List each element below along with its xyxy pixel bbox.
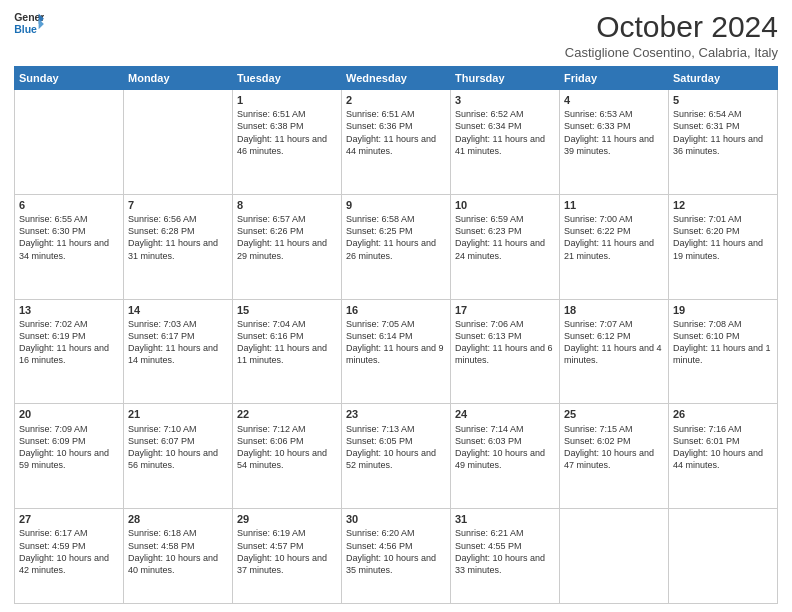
cell-4-3: 22Sunrise: 7:12 AMSunset: 6:06 PMDayligh… [233,404,342,509]
cell-info-line: Daylight: 11 hours and 4 minutes. [564,342,664,366]
cell-2-1: 6Sunrise: 6:55 AMSunset: 6:30 PMDaylight… [15,194,124,299]
cell-2-2: 7Sunrise: 6:56 AMSunset: 6:28 PMDaylight… [124,194,233,299]
page: General Blue October 2024 Castiglione Co… [0,0,792,612]
cell-2-3: 8Sunrise: 6:57 AMSunset: 6:26 PMDaylight… [233,194,342,299]
day-number: 7 [128,198,228,212]
cell-2-6: 11Sunrise: 7:00 AMSunset: 6:22 PMDayligh… [560,194,669,299]
cell-2-5: 10Sunrise: 6:59 AMSunset: 6:23 PMDayligh… [451,194,560,299]
cell-info-line: Sunset: 6:06 PM [237,435,337,447]
cell-info-line: Sunrise: 7:01 AM [673,213,773,225]
cell-info-line: Sunrise: 7:08 AM [673,318,773,330]
cell-info-line: Daylight: 10 hours and 44 minutes. [673,447,773,471]
cell-info-line: Sunrise: 6:53 AM [564,108,664,120]
cell-info-line: Sunset: 4:59 PM [19,540,119,552]
cell-1-4: 2Sunrise: 6:51 AMSunset: 6:36 PMDaylight… [342,90,451,195]
day-number: 19 [673,303,773,317]
header-friday: Friday [560,67,669,90]
day-number: 8 [237,198,337,212]
day-number: 2 [346,93,446,107]
cell-info-line: Sunrise: 6:20 AM [346,527,446,539]
month-year-title: October 2024 [565,10,778,43]
cell-1-5: 3Sunrise: 6:52 AMSunset: 6:34 PMDaylight… [451,90,560,195]
day-number: 6 [19,198,119,212]
cell-info-line: Daylight: 10 hours and 35 minutes. [346,552,446,576]
cell-1-2 [124,90,233,195]
cell-info-line: Daylight: 11 hours and 31 minutes. [128,237,228,261]
cell-info-line: Sunrise: 6:51 AM [237,108,337,120]
cell-info-line: Sunrise: 6:59 AM [455,213,555,225]
cell-5-4: 30Sunrise: 6:20 AMSunset: 4:56 PMDayligh… [342,509,451,604]
cell-info-line: Sunrise: 7:03 AM [128,318,228,330]
cell-info-line: Sunrise: 7:06 AM [455,318,555,330]
cell-5-2: 28Sunrise: 6:18 AMSunset: 4:58 PMDayligh… [124,509,233,604]
cell-info-line: Sunset: 6:23 PM [455,225,555,237]
title-block: October 2024 Castiglione Cosentino, Cala… [565,10,778,60]
cell-4-6: 25Sunrise: 7:15 AMSunset: 6:02 PMDayligh… [560,404,669,509]
logo-icon: General Blue [14,10,44,38]
cell-info-line: Sunrise: 7:13 AM [346,423,446,435]
day-number: 5 [673,93,773,107]
day-number: 22 [237,407,337,421]
day-number: 21 [128,407,228,421]
day-number: 20 [19,407,119,421]
cell-info-line: Daylight: 10 hours and 54 minutes. [237,447,337,471]
cell-info-line: Daylight: 10 hours and 59 minutes. [19,447,119,471]
day-number: 25 [564,407,664,421]
cell-1-7: 5Sunrise: 6:54 AMSunset: 6:31 PMDaylight… [669,90,778,195]
week-row-2: 6Sunrise: 6:55 AMSunset: 6:30 PMDaylight… [15,194,778,299]
cell-info-line: Sunset: 6:14 PM [346,330,446,342]
cell-info-line: Daylight: 11 hours and 19 minutes. [673,237,773,261]
cell-info-line: Sunset: 6:01 PM [673,435,773,447]
cell-1-1 [15,90,124,195]
logo: General Blue [14,10,44,38]
cell-info-line: Daylight: 11 hours and 16 minutes. [19,342,119,366]
cell-info-line: Daylight: 11 hours and 36 minutes. [673,133,773,157]
day-number: 23 [346,407,446,421]
cell-info-line: Sunrise: 7:02 AM [19,318,119,330]
day-number: 3 [455,93,555,107]
day-number: 4 [564,93,664,107]
cell-info-line: Sunrise: 6:58 AM [346,213,446,225]
header-thursday: Thursday [451,67,560,90]
cell-5-1: 27Sunrise: 6:17 AMSunset: 4:59 PMDayligh… [15,509,124,604]
cell-info-line: Daylight: 11 hours and 21 minutes. [564,237,664,261]
cell-info-line: Daylight: 10 hours and 40 minutes. [128,552,228,576]
week-row-1: 1Sunrise: 6:51 AMSunset: 6:38 PMDaylight… [15,90,778,195]
cell-info-line: Sunset: 6:36 PM [346,120,446,132]
cell-info-line: Sunrise: 6:57 AM [237,213,337,225]
cell-info-line: Daylight: 10 hours and 37 minutes. [237,552,337,576]
cell-5-6 [560,509,669,604]
cell-3-1: 13Sunrise: 7:02 AMSunset: 6:19 PMDayligh… [15,299,124,404]
day-number: 28 [128,512,228,526]
cell-info-line: Sunset: 6:05 PM [346,435,446,447]
day-number: 13 [19,303,119,317]
cell-info-line: Sunset: 6:25 PM [346,225,446,237]
svg-text:Blue: Blue [14,23,37,35]
day-number: 27 [19,512,119,526]
cell-info-line: Sunset: 6:28 PM [128,225,228,237]
cell-info-line: Sunrise: 6:17 AM [19,527,119,539]
cell-info-line: Sunrise: 7:15 AM [564,423,664,435]
cell-info-line: Sunset: 6:30 PM [19,225,119,237]
day-number: 31 [455,512,555,526]
cell-4-7: 26Sunrise: 7:16 AMSunset: 6:01 PMDayligh… [669,404,778,509]
cell-3-6: 18Sunrise: 7:07 AMSunset: 6:12 PMDayligh… [560,299,669,404]
cell-info-line: Sunset: 6:10 PM [673,330,773,342]
location-subtitle: Castiglione Cosentino, Calabria, Italy [565,45,778,60]
cell-info-line: Daylight: 11 hours and 41 minutes. [455,133,555,157]
cell-info-line: Sunset: 6:20 PM [673,225,773,237]
header-sunday: Sunday [15,67,124,90]
day-number: 30 [346,512,446,526]
cell-info-line: Daylight: 11 hours and 9 minutes. [346,342,446,366]
day-number: 9 [346,198,446,212]
week-row-5: 27Sunrise: 6:17 AMSunset: 4:59 PMDayligh… [15,509,778,604]
cell-3-3: 15Sunrise: 7:04 AMSunset: 6:16 PMDayligh… [233,299,342,404]
cell-info-line: Sunrise: 6:54 AM [673,108,773,120]
cell-info-line: Daylight: 10 hours and 49 minutes. [455,447,555,471]
day-number: 17 [455,303,555,317]
cell-5-5: 31Sunrise: 6:21 AMSunset: 4:55 PMDayligh… [451,509,560,604]
cell-info-line: Daylight: 11 hours and 11 minutes. [237,342,337,366]
cell-info-line: Sunrise: 7:05 AM [346,318,446,330]
cell-info-line: Sunrise: 7:07 AM [564,318,664,330]
week-row-3: 13Sunrise: 7:02 AMSunset: 6:19 PMDayligh… [15,299,778,404]
